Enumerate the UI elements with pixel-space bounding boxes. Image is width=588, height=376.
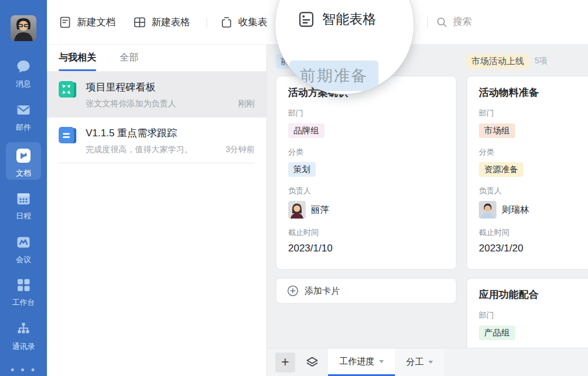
sidebar-item-label: 日程 <box>16 211 31 221</box>
plus-circle-icon <box>287 285 299 297</box>
sidebar-item-contacts[interactable]: 通讯录 <box>0 320 47 352</box>
smart-table-button[interactable]: 智能表格 <box>298 10 376 28</box>
sidebar-item-mail[interactable]: 邮件 <box>0 101 47 133</box>
column-count: 5项 <box>535 56 548 66</box>
search-placeholder: 搜索 <box>453 16 472 28</box>
collect-form-icon <box>220 16 233 29</box>
view-tab-work-progress[interactable]: 工作进度 <box>328 348 395 376</box>
add-view-button[interactable]: + <box>275 352 295 372</box>
doc-subtitle: 完成度很高，值得大家学习。 <box>86 145 221 155</box>
smart-table-icon <box>298 11 315 28</box>
list-divider <box>59 163 255 163</box>
new-sheet-icon <box>133 16 146 29</box>
toolbar-divider <box>427 17 428 28</box>
doc-title: V1.1.5 重点需求跟踪 <box>86 126 255 140</box>
kanban-column-market-launch: 市场活动上线 5项 活动物料准备 部门 市场组 分类 资源准备 负责人 则瑞林 <box>467 53 588 348</box>
doc-list-item[interactable]: V1.1.5 重点需求跟踪 完成度很高，值得大家学习。 3分钟前 <box>47 118 266 163</box>
owner-name: 丽萍 <box>311 204 329 216</box>
meeting-icon <box>15 233 32 251</box>
new-document-button[interactable]: 新建文档 <box>59 0 116 44</box>
card-title: 应用功能配合 <box>479 288 588 301</box>
board-bottom-bar: + 工作进度 分工 <box>267 348 588 376</box>
sidebar-item-label: 会议 <box>16 254 31 265</box>
user-avatar-image <box>11 15 36 41</box>
tab-label: 全部 <box>120 52 138 64</box>
field-label: 分类 <box>479 147 588 157</box>
view-tab-label: 工作进度 <box>339 356 374 367</box>
smart-kanban-doc-icon <box>59 81 76 99</box>
field-label: 负责人 <box>479 186 588 196</box>
field-label: 截止时间 <box>479 227 588 238</box>
collect-form-label: 收集表 <box>238 16 268 29</box>
user-avatar[interactable] <box>11 15 36 41</box>
sidebar-item-docs[interactable]: 文档 <box>0 147 47 179</box>
owner-avatar <box>288 201 306 219</box>
sidebar-item-label: 工作台 <box>12 297 35 308</box>
sidebar-more-button[interactable]: • • • <box>0 364 47 376</box>
tab-label: 与我相关 <box>59 52 96 64</box>
category-badge: 资源准备 <box>479 162 523 177</box>
tab-related-to-me[interactable]: 与我相关 <box>59 45 96 71</box>
view-tab-division[interactable]: 分工 <box>395 348 444 376</box>
sidebar-item-label: 消息 <box>16 79 31 89</box>
owner-avatar <box>479 201 496 219</box>
text-doc-icon <box>59 127 76 145</box>
toolbar-divider <box>207 17 207 28</box>
tab-all[interactable]: 全部 <box>120 45 138 71</box>
document-list-panel: 与我相关 全部 项目里程碑看板 张文文将你添加为负责人 刚刚 <box>47 44 267 376</box>
kanban-card[interactable]: 应用功能配合 部门 产品组 <box>467 278 588 348</box>
collect-form-button[interactable]: 收集表 <box>220 0 268 44</box>
add-card-button[interactable]: 添加卡片 <box>276 278 457 304</box>
chevron-down-icon <box>379 360 384 363</box>
docpanel-tabs: 与我相关 全部 <box>47 45 266 72</box>
new-sheet-label: 新建表格 <box>151 16 190 29</box>
sidebar-item-calendar[interactable]: 日程 <box>0 190 47 221</box>
mail-icon <box>15 101 32 119</box>
new-document-label: 新建文档 <box>77 16 116 29</box>
field-label: 分类 <box>288 147 444 157</box>
kanban-board: 前期准备 活动方案确认 部门 品牌组 分类 策划 负责人 丽萍 截 <box>267 44 588 348</box>
app-sidebar: 消息 邮件 文档 日程 会议 <box>0 0 47 376</box>
category-badge: 策划 <box>288 162 316 177</box>
sidebar-item-messages[interactable]: 消息 <box>0 58 47 89</box>
plus-icon: + <box>281 355 289 369</box>
sidebar-item-label: 邮件 <box>16 122 31 133</box>
smart-table-label: 智能表格 <box>322 10 376 28</box>
contacts-org-icon <box>15 320 32 338</box>
field-label: 截止时间 <box>288 227 444 238</box>
kanban-card[interactable]: 活动方案确认 部门 品牌组 分类 策划 负责人 丽萍 截止时间 2023/1/1… <box>276 76 457 270</box>
sidebar-item-label: 文档 <box>16 168 31 179</box>
doc-timestamp: 刚刚 <box>238 99 255 109</box>
new-sheet-button[interactable]: 新建表格 <box>133 0 190 44</box>
field-label: 部门 <box>479 310 588 321</box>
kanban-column-preparation: 前期准备 活动方案确认 部门 品牌组 分类 策划 负责人 丽萍 截 <box>276 53 457 304</box>
sidebar-item-label: 通讯录 <box>12 341 35 352</box>
card-title: 活动物料准备 <box>479 86 588 99</box>
chevron-down-icon <box>428 361 433 364</box>
new-document-icon <box>59 16 72 29</box>
search-icon <box>436 16 448 28</box>
field-label: 负责人 <box>288 186 444 196</box>
kanban-card[interactable]: 活动物料准备 部门 市场组 分类 资源准备 负责人 则瑞林 截止时间 2023/… <box>467 76 588 270</box>
sidebar-item-workbench[interactable]: 工作台 <box>0 276 47 308</box>
sidebar-item-meeting[interactable]: 会议 <box>0 233 47 265</box>
due-date: 2023/1/10 <box>288 243 444 254</box>
doc-list-item[interactable]: 项目里程碑看板 张文文将你添加为负责人 刚刚 <box>47 72 266 118</box>
search-button[interactable]: 搜索 <box>436 0 472 44</box>
calendar-icon <box>15 190 32 207</box>
chat-bubble-icon <box>15 58 32 75</box>
views-layers-button[interactable] <box>305 355 320 370</box>
add-card-label: 添加卡片 <box>305 286 340 297</box>
more-dots-icon: • • • <box>11 364 36 376</box>
view-tab-label: 分工 <box>406 357 424 368</box>
field-label: 部门 <box>479 108 588 119</box>
doc-subtitle: 张文文将你添加为负责人 <box>86 99 234 109</box>
dept-badge: 产品组 <box>479 325 515 340</box>
docs-icon <box>15 147 32 164</box>
doc-title: 项目里程碑看板 <box>86 80 255 94</box>
doc-timestamp: 3分钟前 <box>225 145 255 155</box>
column-name-badge: 市场活动上线 <box>467 54 529 69</box>
dept-badge: 市场组 <box>479 123 515 138</box>
owner-name: 则瑞林 <box>502 204 529 216</box>
layers-icon <box>305 355 320 370</box>
